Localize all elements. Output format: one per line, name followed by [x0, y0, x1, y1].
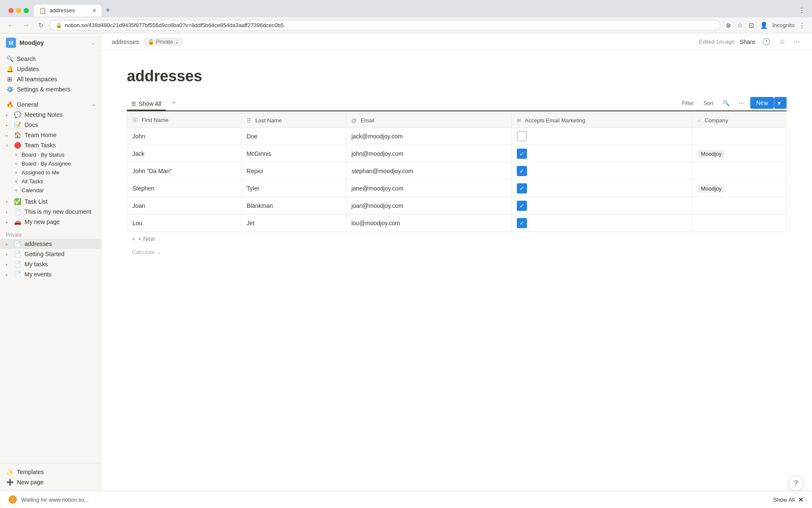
close-window-btn[interactable]: [8, 8, 14, 13]
sidebar-item-task-list[interactable]: ▸ ✅ Task List: [0, 196, 101, 207]
cell-last-name: Repici: [241, 163, 346, 180]
sidebar-item-getting-started[interactable]: ▸ 📄 Getting Started: [0, 249, 101, 259]
sidebar-item-new-doc[interactable]: ▸ 📄 This is my new document: [0, 207, 101, 217]
sidebar: M Moodjoy ⌄ 🔍 Search 🔔 Updates ⊞ All tea…: [0, 33, 102, 491]
col-label-company: Company: [705, 117, 728, 124]
sidebar-item-general[interactable]: 🔥 General ▸: [0, 99, 101, 110]
table-row[interactable]: John "Da Man" Repici stephan@moodjoy.com…: [127, 163, 787, 180]
sidebar-item-docs[interactable]: ▸ 📝 Docs: [0, 120, 101, 130]
col-icon-company: ○: [697, 118, 700, 124]
my-new-page-label: My new page: [25, 218, 95, 225]
browser-tab[interactable]: 📋 addresses ✕: [34, 5, 102, 17]
back-btn[interactable]: ←: [5, 21, 17, 30]
add-row-btn[interactable]: + + New: [127, 232, 787, 246]
show-all-status-btn[interactable]: Show All: [773, 497, 795, 503]
sidebar-item-settings[interactable]: ⚙️ Settings & members: [0, 84, 101, 94]
help-btn[interactable]: ?: [788, 476, 804, 491]
more-options-btn[interactable]: ⋯: [792, 37, 802, 47]
forward-btn[interactable]: →: [20, 21, 32, 30]
extensions-icon[interactable]: ⊡: [747, 21, 756, 30]
filter-btn[interactable]: Filter: [678, 98, 697, 108]
sidebar-item-my-events[interactable]: ▸ 📄 My events: [0, 269, 101, 279]
status-bar: ↑ Waiting for www.notion.so... Show All …: [0, 491, 812, 508]
expand-icon: ▸: [6, 199, 10, 204]
new-record-dropdown-btn[interactable]: ▾: [774, 97, 787, 109]
favorite-icon-btn[interactable]: ☆: [777, 37, 787, 47]
url-bar[interactable]: 🔒 notion.so/438d480c21d9435f977bf556d9cc…: [49, 20, 721, 30]
bookmark-icon[interactable]: ☆: [735, 21, 744, 30]
sidebar-item-team-tasks[interactable]: ▾ 🔴 Team Tasks: [0, 140, 101, 150]
calculate-row[interactable]: Calculate ⌄: [127, 246, 787, 259]
sort-btn[interactable]: Sort: [700, 98, 717, 108]
share-button[interactable]: Share: [740, 39, 755, 45]
sidebar-item-addresses[interactable]: ▸ 📄 addresses: [0, 239, 101, 249]
sidebar-item-updates[interactable]: 🔔 Updates: [0, 64, 101, 74]
team-home-icon: 🏠: [14, 132, 21, 138]
cast-icon[interactable]: ⊗: [724, 21, 733, 30]
cell-company: [692, 197, 787, 215]
show-all-view-tab[interactable]: ☰ Show All: [127, 98, 166, 110]
minimize-window-btn[interactable]: [16, 8, 21, 13]
sub-item-assigned-to-me[interactable]: Assigned to Me: [0, 168, 101, 177]
email-checkbox[interactable]: ✓: [517, 183, 527, 193]
dismiss-status-btn[interactable]: ✕: [798, 496, 804, 504]
private-badge[interactable]: 🔒 Private ⌄: [144, 38, 183, 46]
sidebar-item-templates[interactable]: ✨ Templates: [0, 467, 101, 477]
expand-icon: ▸: [6, 242, 10, 246]
tab-close-btn[interactable]: ✕: [92, 8, 96, 14]
table-row[interactable]: Joan Blankman joan@moodjoy.com ✓: [127, 197, 787, 215]
search-btn[interactable]: 🔍: [719, 98, 733, 108]
window-controls: [3, 4, 34, 17]
sidebar-item-my-new-page[interactable]: ▸ 🚗 My new page: [0, 217, 101, 227]
table-row[interactable]: John Doe jack@moodjoy.com: [127, 128, 787, 145]
col-last-name: ☰ Last Name: [241, 113, 346, 128]
email-checkbox[interactable]: ✓: [517, 166, 527, 176]
email-checkbox[interactable]: ✓: [517, 218, 527, 228]
more-db-options-btn[interactable]: ⋯: [735, 98, 748, 108]
workspace-name: Moodjoy: [19, 39, 88, 46]
sidebar-item-new-page[interactable]: ➕ New page: [0, 477, 101, 487]
table-row[interactable]: Stephen Tyler jane@moodjoy.com ✓ Moodjoy: [127, 180, 787, 197]
table-row[interactable]: Lou Jet lou@moodjoy.com ✓: [127, 215, 787, 232]
tab-options-btn[interactable]: ⋮: [798, 6, 809, 14]
page-title: addresses: [127, 67, 787, 85]
my-events-icon: 📄: [14, 271, 21, 278]
col-label-email: Email: [361, 117, 375, 124]
page-header-bar: addresses 🔒 Private ⌄ Edited 1m ago Shar…: [102, 33, 812, 50]
expand-icon: ▸: [6, 252, 10, 257]
sub-item-board-by-status[interactable]: Board · By Status: [0, 150, 101, 159]
profile-icon[interactable]: 👤: [758, 21, 770, 30]
app-layout: M Moodjoy ⌄ 🔍 Search 🔔 Updates ⊞ All tea…: [0, 33, 812, 491]
sub-item-all-tasks[interactable]: All Tasks: [0, 177, 101, 186]
email-checkbox[interactable]: ✓: [517, 149, 527, 159]
view-label: Show All: [139, 100, 162, 107]
col-icon-last-name: ☰: [247, 118, 251, 124]
new-tab-btn[interactable]: +: [102, 3, 115, 17]
menu-icon[interactable]: ⋮: [797, 21, 807, 30]
sub-item-board-by-assignee[interactable]: Board · By Assignee: [0, 159, 101, 168]
cell-accepts: ✓: [512, 180, 692, 197]
history-icon-btn[interactable]: 🕐: [760, 37, 772, 47]
sidebar-item-team-home[interactable]: ▸ 🏠 Team Home: [0, 130, 101, 140]
refresh-btn[interactable]: ↻: [36, 20, 46, 30]
sub-item-calendar[interactable]: Calendar: [0, 186, 101, 195]
col-label-first-name: First Name: [142, 117, 169, 123]
sidebar-item-all-teamspaces[interactable]: ⊞ All teamspaces: [0, 74, 101, 84]
add-view-btn[interactable]: +: [169, 98, 179, 108]
cell-accepts: ✓: [512, 215, 692, 232]
new-record-btn[interactable]: New: [750, 97, 774, 109]
cell-company: Moodjoy: [692, 180, 787, 197]
email-checkbox[interactable]: ✓: [517, 201, 527, 211]
sidebar-item-my-tasks[interactable]: ▸ 📄 My tasks: [0, 259, 101, 269]
sidebar-item-meeting-notes[interactable]: ▸ 💬 Meeting Notes: [0, 110, 101, 120]
cell-last-name: Jet: [241, 215, 346, 232]
status-icon[interactable]: ↑: [8, 495, 17, 504]
meeting-notes-label: Meeting Notes: [25, 111, 95, 118]
email-checkbox[interactable]: [517, 131, 527, 141]
sidebar-item-search[interactable]: 🔍 Search: [0, 54, 101, 64]
maximize-window-btn[interactable]: [24, 8, 29, 13]
expand-icon: ▸: [6, 220, 10, 224]
cell-company: [692, 163, 787, 180]
table-row[interactable]: Jack McGinnis john@moodjoy.com ✓ Moodjoy: [127, 145, 787, 163]
workspace-header[interactable]: M Moodjoy ⌄: [0, 33, 101, 52]
